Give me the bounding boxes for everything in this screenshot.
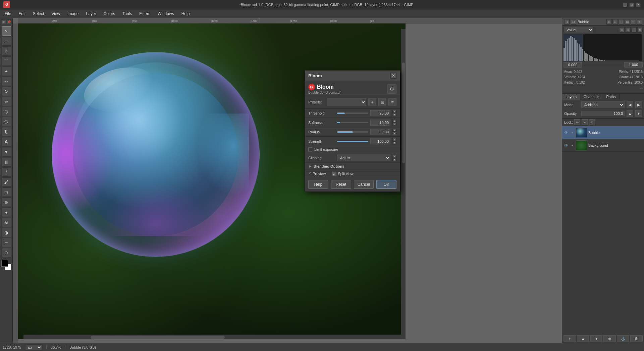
- radius-decrement[interactable]: ▼: [392, 132, 396, 135]
- menu-tools[interactable]: Tools: [119, 11, 135, 17]
- clipping-decrement[interactable]: ▼: [392, 158, 396, 161]
- anchor-layer-button[interactable]: ⚓: [617, 335, 629, 342]
- strength-decrement[interactable]: ▼: [392, 141, 396, 144]
- blending-options-row[interactable]: ▶ Blending Options: [305, 163, 400, 170]
- new-layer-button[interactable]: +: [564, 335, 576, 342]
- hist-linear-btn[interactable]: ⊞: [619, 27, 625, 33]
- close-button[interactable]: ✕: [636, 2, 641, 7]
- tool-clone[interactable]: ♦: [2, 208, 11, 217]
- raise-layer-button[interactable]: ▲: [577, 335, 589, 342]
- clipping-select[interactable]: Adjust Clip: [337, 155, 390, 161]
- layer-visibility-bg[interactable]: 👁: [564, 143, 569, 148]
- softness-decrement[interactable]: ▼: [392, 123, 396, 126]
- reset-button[interactable]: Reset: [331, 180, 351, 189]
- bloom-settings-button[interactable]: ⚙: [387, 84, 396, 94]
- panel-icon3[interactable]: ⬚: [619, 19, 624, 25]
- status-unit-select[interactable]: px mm inch: [25, 344, 42, 350]
- tab-channels[interactable]: Channels: [580, 94, 603, 100]
- mode-select[interactable]: Addition Normal Multiply Screen Overlay: [581, 101, 625, 108]
- duplicate-layer-button[interactable]: ⊕: [603, 335, 616, 342]
- tool-pencil[interactable]: /: [2, 167, 11, 177]
- tool-paint-bucket[interactable]: ▼: [2, 147, 11, 157]
- opacity-spin-down[interactable]: ▼: [635, 110, 642, 117]
- tool-rotate[interactable]: ↻: [2, 87, 11, 96]
- menu-edit[interactable]: Edit: [15, 11, 29, 17]
- tool-free-select[interactable]: ⌒: [2, 56, 11, 66]
- tool-smudge[interactable]: ≋: [2, 218, 11, 227]
- tool-move[interactable]: ↖: [2, 26, 11, 36]
- tool-eraser[interactable]: ◻: [2, 187, 11, 197]
- panel-icon1[interactable]: ⊞: [606, 19, 612, 25]
- tool-heal[interactable]: ⊕: [2, 198, 11, 207]
- tool-fuzzy-select[interactable]: ✦: [2, 67, 11, 76]
- bloom-dialog-close-button[interactable]: ✕: [390, 73, 396, 79]
- tool-text[interactable]: A: [2, 137, 11, 146]
- mode-prev-button[interactable]: ◀: [627, 101, 633, 108]
- minimize-button[interactable]: _: [623, 2, 627, 7]
- hist-min-input[interactable]: [564, 62, 582, 68]
- tab-layers[interactable]: Layers: [562, 94, 580, 100]
- softness-input[interactable]: [370, 120, 390, 126]
- panel-icon5[interactable]: ⊹: [631, 19, 636, 25]
- cancel-button[interactable]: Cancel: [354, 180, 374, 189]
- tool-crop[interactable]: ⊹: [2, 77, 11, 86]
- strength-input[interactable]: [370, 138, 390, 144]
- layer-visibility-bubble[interactable]: 👁: [564, 130, 569, 135]
- hist-log-btn[interactable]: ⊟: [625, 27, 631, 33]
- tool-brush[interactable]: 🖌: [2, 177, 11, 187]
- tool-ellipse-select[interactable]: ○: [2, 46, 11, 56]
- bloom-dialog-titlebar[interactable]: Bloom ✕: [305, 71, 400, 81]
- lock-paint-icon[interactable]: ✏: [574, 119, 580, 125]
- tool-perspective[interactable]: ⬠: [2, 117, 11, 126]
- radius-input[interactable]: [370, 129, 390, 135]
- hist-max-input[interactable]: [624, 62, 643, 68]
- opacity-input[interactable]: [581, 111, 625, 116]
- menu-colors[interactable]: Colors: [100, 11, 119, 17]
- layer-row-background[interactable]: 👁 ● Background: [562, 139, 644, 152]
- vertical-scrollbar[interactable]: [401, 29, 406, 339]
- menu-image[interactable]: Image: [64, 11, 82, 17]
- menu-layer[interactable]: Layer: [83, 11, 100, 17]
- help-button[interactable]: Help: [308, 180, 328, 189]
- tool-icon-swap[interactable]: ⇄: [1, 19, 6, 24]
- lock-position-icon[interactable]: +: [582, 119, 588, 125]
- softness-slider[interactable]: [337, 122, 368, 123]
- delete-layer-button[interactable]: 🗑: [630, 335, 643, 342]
- threshold-increment[interactable]: ▲: [392, 110, 396, 113]
- hist-all-channels-btn[interactable]: ⬚: [631, 27, 637, 33]
- hist-refresh-btn[interactable]: ↻: [637, 27, 643, 33]
- lower-layer-button[interactable]: ▼: [590, 335, 603, 342]
- strength-slider[interactable]: [337, 141, 368, 142]
- opacity-spin-up[interactable]: ▲: [627, 110, 633, 117]
- radius-slider[interactable]: [337, 131, 368, 133]
- strength-increment[interactable]: ▲: [392, 138, 396, 141]
- threshold-input[interactable]: [370, 110, 390, 116]
- presets-select[interactable]: [327, 98, 366, 106]
- presets-save-button[interactable]: ⊟: [378, 98, 386, 106]
- panel-icon2[interactable]: ⊡: [612, 19, 618, 25]
- foreground-color-swatch[interactable]: [1, 260, 8, 267]
- tool-gradient[interactable]: ▥: [2, 157, 11, 167]
- softness-increment[interactable]: ▲: [392, 119, 396, 122]
- tool-scale[interactable]: ⇔: [2, 97, 11, 106]
- menu-windows[interactable]: Windows: [154, 11, 177, 17]
- layer-row-bubble[interactable]: 👁 ● Bubble: [562, 126, 644, 139]
- ok-button[interactable]: OK: [376, 180, 396, 189]
- tool-flip[interactable]: ⇅: [2, 127, 11, 136]
- lock-alpha-icon[interactable]: ⧄: [589, 119, 595, 125]
- tool-rect-select[interactable]: ▭: [2, 36, 11, 46]
- clipping-increment[interactable]: ▲: [392, 155, 396, 158]
- menu-file[interactable]: File: [1, 11, 14, 17]
- tab-paths[interactable]: Paths: [603, 94, 620, 100]
- preview-x-mark[interactable]: ✕: [308, 171, 311, 176]
- panel-dock-button[interactable]: ⊟: [571, 19, 576, 25]
- menu-select[interactable]: Select: [30, 11, 47, 17]
- tool-icon-pin[interactable]: 📌: [7, 19, 11, 24]
- horizontal-scrollbar[interactable]: [23, 335, 406, 339]
- panel-menu-button[interactable]: ≡: [637, 19, 642, 25]
- presets-add-button[interactable]: +: [368, 98, 376, 106]
- menu-help[interactable]: Help: [178, 11, 193, 17]
- limit-exposure-checkbox[interactable]: [308, 147, 312, 151]
- split-view-checkbox[interactable]: ✓: [332, 172, 336, 176]
- presets-menu-button[interactable]: ≡: [388, 98, 396, 106]
